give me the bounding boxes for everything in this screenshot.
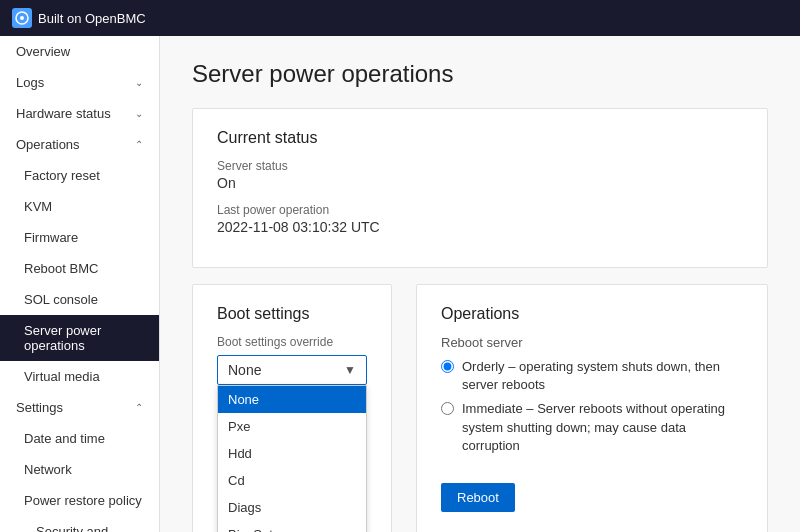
boot-select-wrapper: None ▼ None Pxe Hdd Cd Diags BiosSetup U…: [217, 355, 367, 385]
boot-ops-row: Boot settings Boot settings override Non…: [192, 284, 768, 532]
reboot-subsection: Reboot server Orderly – operating system…: [441, 335, 743, 512]
operations-section: Operations Reboot server Orderly – opera…: [416, 284, 768, 532]
reboot-subtitle: Reboot server: [441, 335, 743, 350]
last-power-value: 2022-11-08 03:10:32 UTC: [217, 219, 743, 235]
dropdown-option-none[interactable]: None: [218, 386, 366, 413]
sidebar-item-kvm[interactable]: KVM: [0, 191, 159, 222]
sidebar-item-power-restore[interactable]: Power restore policy: [0, 485, 159, 516]
sidebar-item-network[interactable]: Network: [0, 454, 159, 485]
operations-title: Operations: [441, 305, 743, 323]
boot-selected-value: None: [228, 362, 261, 378]
page-title: Server power operations: [192, 60, 768, 88]
boot-select[interactable]: None ▼: [217, 355, 367, 385]
sidebar-item-virtual-media[interactable]: Virtual media: [0, 361, 159, 392]
last-power-label: Last power operation: [217, 203, 743, 217]
current-status-section: Current status Server status On Last pow…: [192, 108, 768, 268]
svg-point-1: [20, 16, 24, 20]
main-content: Server power operations Current status S…: [160, 36, 800, 532]
sidebar-item-overview[interactable]: Overview: [0, 36, 159, 67]
dropdown-arrow-icon: ▼: [344, 363, 356, 377]
boot-field-label: Boot settings override: [217, 335, 367, 349]
brand-logo: Built on OpenBMC: [12, 8, 146, 28]
chevron-down-icon: ⌄: [135, 77, 143, 88]
brand-text: Built on OpenBMC: [38, 11, 146, 26]
sidebar-item-settings[interactable]: Settings ⌃: [0, 392, 159, 423]
server-status-value: On: [217, 175, 743, 191]
chevron-up-icon: ⌃: [135, 139, 143, 150]
chevron-up-icon: ⌃: [135, 402, 143, 413]
sidebar-item-hardware-status[interactable]: Hardware status ⌄: [0, 98, 159, 129]
sidebar-item-sol-console[interactable]: SOL console: [0, 284, 159, 315]
reboot-immediate-option: Immediate – Server reboots without opera…: [441, 400, 743, 455]
sidebar: Overview Logs ⌄ Hardware status ⌄ Operat…: [0, 36, 160, 532]
sidebar-item-server-power[interactable]: Server power operations: [0, 315, 159, 361]
openbmc-icon: [12, 8, 32, 28]
sidebar-item-logs[interactable]: Logs ⌄: [0, 67, 159, 98]
current-status-title: Current status: [217, 129, 743, 147]
sidebar-item-security-access[interactable]: 🔒 Security and access ⌃: [0, 516, 159, 532]
reboot-radio-group: Orderly – operating system shuts down, t…: [441, 358, 743, 455]
sidebar-item-operations[interactable]: Operations ⌃: [0, 129, 159, 160]
chevron-down-icon: ⌄: [135, 108, 143, 119]
sidebar-item-factory-reset[interactable]: Factory reset: [0, 160, 159, 191]
sidebar-item-reboot-bmc[interactable]: Reboot BMC: [0, 253, 159, 284]
dropdown-option-biossetup[interactable]: BiosSetup: [218, 521, 366, 532]
reboot-orderly-label: Orderly – operating system shuts down, t…: [462, 358, 743, 394]
dropdown-option-diags[interactable]: Diags: [218, 494, 366, 521]
dropdown-option-pxe[interactable]: Pxe: [218, 413, 366, 440]
boot-dropdown: None Pxe Hdd Cd Diags BiosSetup Usb: [217, 385, 367, 532]
sidebar-item-date-time[interactable]: Date and time: [0, 423, 159, 454]
reboot-orderly-option: Orderly – operating system shuts down, t…: [441, 358, 743, 394]
reboot-button[interactable]: Reboot: [441, 483, 515, 512]
topbar: Built on OpenBMC: [0, 0, 800, 36]
server-status-label: Server status: [217, 159, 743, 173]
boot-settings-title: Boot settings: [217, 305, 367, 323]
dropdown-option-cd[interactable]: Cd: [218, 467, 366, 494]
reboot-immediate-radio[interactable]: [441, 402, 454, 415]
boot-settings-section: Boot settings Boot settings override Non…: [192, 284, 392, 532]
reboot-immediate-label: Immediate – Server reboots without opera…: [462, 400, 743, 455]
reboot-orderly-radio[interactable]: [441, 360, 454, 373]
sidebar-item-firmware[interactable]: Firmware: [0, 222, 159, 253]
dropdown-option-hdd[interactable]: Hdd: [218, 440, 366, 467]
